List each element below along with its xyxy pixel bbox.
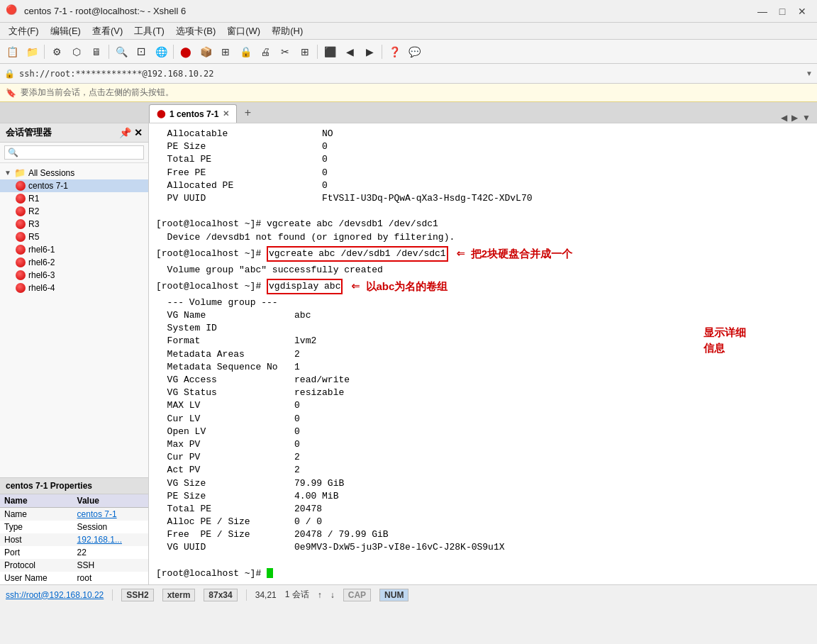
prop-label: Type: [0, 521, 73, 533]
terminal[interactable]: Allocatable NO PE Size 0 Total PE 0 Free…: [149, 123, 817, 584]
toolbar-btn-6[interactable]: 🌐: [152, 43, 170, 61]
new-session-button[interactable]: 📋: [3, 43, 21, 61]
status-dimensions: 87x34: [204, 589, 237, 601]
window-title: centos 7-1 - root@localhost:~ - Xshell 6: [24, 6, 753, 16]
all-sessions-root[interactable]: ▼ 📁 All Sessions: [0, 166, 148, 179]
status-bar: ssh://root@192.168.10.22 SSH2 xterm 87x3…: [0, 584, 817, 604]
tab-close-button[interactable]: ✕: [223, 109, 229, 118]
search-button[interactable]: 🔍: [112, 43, 130, 61]
menu-help[interactable]: 帮助(H): [266, 23, 309, 39]
toolbar-btn-17[interactable]: 💬: [405, 43, 423, 61]
menu-edit[interactable]: 编辑(E): [45, 23, 87, 39]
session-item-rhel63[interactable]: rhel6-3: [0, 269, 148, 282]
prop-value: root: [73, 572, 148, 584]
session-item-r5[interactable]: R5: [0, 231, 148, 243]
prop-label: User Name: [0, 572, 73, 584]
toolbar-btn-3[interactable]: ⬡: [67, 43, 86, 61]
toolbar-btn-11[interactable]: 🖨: [256, 43, 274, 61]
session-item-r3[interactable]: R3: [0, 218, 148, 231]
menu-file[interactable]: 文件(F): [3, 23, 45, 39]
toolbar-sep-4: [317, 45, 318, 59]
session-icon: [16, 232, 26, 242]
session-item-rhel61[interactable]: rhel6-1: [0, 243, 148, 256]
tab-nav-menu[interactable]: ▼: [800, 113, 813, 123]
prop-row-protocol: Protocol SSH: [0, 559, 148, 572]
col-name: Name: [0, 494, 73, 508]
add-tab-button[interactable]: +: [240, 105, 255, 121]
menu-view[interactable]: 查看(V): [87, 23, 128, 39]
open-button[interactable]: 📁: [23, 43, 41, 61]
terminal-cmd1-prefix: [root@localhost ~]#: [156, 248, 267, 260]
toolbar-btn-5[interactable]: ⚀: [132, 43, 150, 61]
properties-title: centos 7-1 Properties: [0, 478, 148, 494]
toolbar-btn-7[interactable]: ⬤: [177, 43, 195, 61]
toolbar-btn-10[interactable]: 🔒: [236, 43, 255, 61]
status-sep-1: [112, 589, 113, 601]
prop-value: centos 7-1: [73, 508, 148, 521]
side-annotation: 显示详细信息: [696, 296, 810, 580]
session-item-r2[interactable]: R2: [0, 205, 148, 218]
session-label: R5: [28, 232, 39, 242]
close-button[interactable]: ✕: [793, 4, 811, 19]
toolbar-btn-13[interactable]: ⊞: [296, 43, 314, 61]
session-item-centos71[interactable]: centos 7-1: [0, 179, 148, 192]
toolbar-btn-8[interactable]: 📦: [196, 43, 215, 61]
tab-nav: ◀ ▶ ▼: [779, 113, 817, 123]
tab-nav-next[interactable]: ▶: [789, 113, 800, 123]
minimize-button[interactable]: —: [753, 4, 772, 19]
lock-icon: 🔒: [4, 69, 15, 79]
bookmark-icon: 🔖: [6, 88, 16, 98]
session-icon: [16, 283, 26, 293]
active-tab[interactable]: ⬤ 1 centos 7-1 ✕: [149, 104, 237, 123]
terminal-output: Allocatable NO PE Size 0 Total PE 0 Free…: [156, 128, 810, 244]
status-address[interactable]: ssh://root@192.168.10.22: [6, 590, 104, 600]
status-position: 34,21: [255, 590, 277, 600]
session-tree: ▼ 📁 All Sessions centos 7-1 R1 R2 R3: [0, 163, 148, 477]
tab-label: 1 centos 7-1: [169, 109, 218, 119]
status-up-arrow: ↑: [318, 590, 322, 600]
sidebar-pin-icon[interactable]: 📌: [119, 127, 131, 138]
terminal-rest: --- Volume group --- VG Name abc System …: [156, 296, 696, 580]
session-item-rhel64[interactable]: rhel6-4: [0, 282, 148, 294]
info-bar: 🔖 要添加当前会话，点击左侧的箭头按钮。: [0, 84, 817, 102]
maximize-button[interactable]: □: [773, 4, 791, 19]
session-icon: [16, 206, 26, 216]
status-sep-2: [246, 589, 247, 601]
address-dropdown[interactable]: ▼: [806, 70, 813, 77]
menu-window[interactable]: 窗口(W): [221, 23, 266, 39]
toolbar-btn-16[interactable]: ▶: [360, 43, 379, 61]
prop-label: Protocol: [0, 559, 73, 572]
toolbar-btn-4[interactable]: 🖥: [87, 43, 106, 61]
side-annotation-text: 显示详细信息: [704, 326, 746, 354]
menu-tabs[interactable]: 选项卡(B): [170, 23, 221, 39]
title-bar: 🔴 centos 7-1 - root@localhost:~ - Xshell…: [0, 0, 817, 23]
help-button[interactable]: ❓: [385, 43, 404, 61]
session-item-rhel62[interactable]: rhel6-2: [0, 256, 148, 269]
toolbar-btn-9[interactable]: ⊞: [216, 43, 235, 61]
col-value: Value: [73, 494, 148, 508]
sidebar-search-input[interactable]: [4, 145, 144, 160]
prop-value: Session: [73, 521, 148, 533]
toolbar-btn-2[interactable]: ⚙: [48, 43, 66, 61]
window-controls: — □ ✕: [753, 4, 811, 19]
prop-row-name: Name centos 7-1: [0, 508, 148, 521]
prop-name-link[interactable]: centos 7-1: [77, 509, 117, 519]
status-down-arrow: ↓: [330, 590, 335, 600]
session-icon: [16, 219, 26, 229]
sidebar: 会话管理器 📌 ✕ ▼ 📁 All Sessions centos 7-1 R1: [0, 123, 149, 584]
cmd-line-2: [root@localhost ~]# vgdisplay abc ⇐ 以abc…: [156, 277, 810, 296]
session-item-r1[interactable]: R1: [0, 192, 148, 205]
toolbar: 📋 📁 ⚙ ⬡ 🖥 🔍 ⚀ 🌐 ⬤ 📦 ⊞ 🔒 🖨 ✂ ⊞ ⬛ ◀ ▶ ❓ 💬: [0, 40, 817, 64]
toolbar-btn-14[interactable]: ⬛: [321, 43, 339, 61]
prop-label: Port: [0, 546, 73, 559]
prop-row-host: Host 192.168.1...: [0, 533, 148, 546]
prop-host-link[interactable]: 192.168.1...: [77, 535, 122, 545]
prop-label: Name: [0, 508, 73, 521]
status-sessions: 1 会话: [285, 589, 309, 601]
toolbar-btn-15[interactable]: ◀: [340, 43, 359, 61]
annotation-2: 以abc为名的卷组: [366, 279, 448, 294]
menu-tools[interactable]: 工具(T): [128, 23, 170, 39]
toolbar-btn-12[interactable]: ✂: [276, 43, 294, 61]
sidebar-close-icon[interactable]: ✕: [134, 127, 143, 138]
tab-nav-prev[interactable]: ◀: [779, 113, 789, 123]
